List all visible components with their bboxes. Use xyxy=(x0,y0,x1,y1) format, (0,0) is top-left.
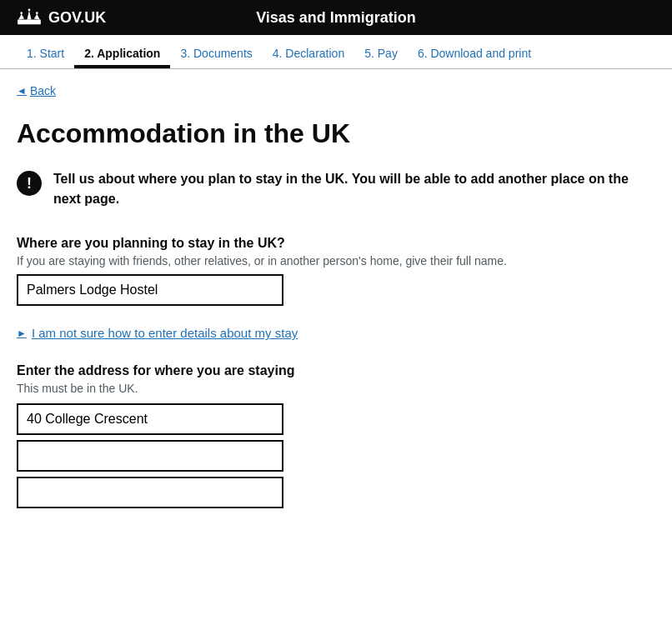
step-navigation: 1. Start 2. Application 3. Documents 4. … xyxy=(0,35,672,69)
back-link[interactable]: ◄ Back xyxy=(17,84,56,98)
step-application[interactable]: 2. Application xyxy=(74,35,170,68)
address-hint: This must be in the UK. xyxy=(17,382,634,395)
page-title: Accommodation in the UK xyxy=(17,118,634,149)
svg-point-3 xyxy=(36,12,38,14)
crown-icon xyxy=(17,7,42,28)
step-download[interactable]: 6. Download and print xyxy=(408,35,541,68)
back-label: Back xyxy=(30,84,56,98)
address-line3-input[interactable] xyxy=(17,477,283,508)
svg-point-1 xyxy=(20,12,23,14)
svg-rect-0 xyxy=(18,20,41,25)
info-panel: ! Tell us about where you plan to stay i… xyxy=(17,169,634,209)
where-staying-input[interactable] xyxy=(17,274,283,306)
step-documents[interactable]: 3. Documents xyxy=(170,35,262,68)
address-section: Enter the address for where you are stay… xyxy=(17,363,634,508)
main-content: ◄ Back Accommodation in the UK ! Tell us… xyxy=(0,69,650,547)
back-arrow-icon: ◄ xyxy=(17,85,27,97)
where-staying-group: Where are you planning to stay in the UK… xyxy=(17,236,634,306)
site-header: GOV.UK Visas and Immigration xyxy=(0,0,672,35)
details-link[interactable]: ► I am not sure how to enter details abo… xyxy=(17,326,634,340)
address-line1-input[interactable] xyxy=(17,403,283,435)
details-link-label: I am not sure how to enter details about… xyxy=(32,326,298,340)
address-line2-input[interactable] xyxy=(17,440,283,472)
gov-logo: GOV.UK xyxy=(17,7,106,28)
step-pay[interactable]: 5. Pay xyxy=(354,35,408,68)
step-declaration[interactable]: 4. Declaration xyxy=(263,35,354,68)
address-label: Enter the address for where you are stay… xyxy=(17,363,634,378)
step-start[interactable]: 1. Start xyxy=(17,35,74,68)
header-title: Visas and Immigration xyxy=(256,9,416,27)
info-icon: ! xyxy=(17,171,42,196)
where-staying-label: Where are you planning to stay in the UK… xyxy=(17,236,634,251)
info-text: Tell us about where you plan to stay in … xyxy=(53,169,634,209)
where-staying-hint: If you are staying with friends, other r… xyxy=(17,254,634,268)
logo-text: GOV.UK xyxy=(48,9,106,27)
details-arrow-icon: ► xyxy=(17,328,27,339)
svg-point-2 xyxy=(28,8,31,11)
